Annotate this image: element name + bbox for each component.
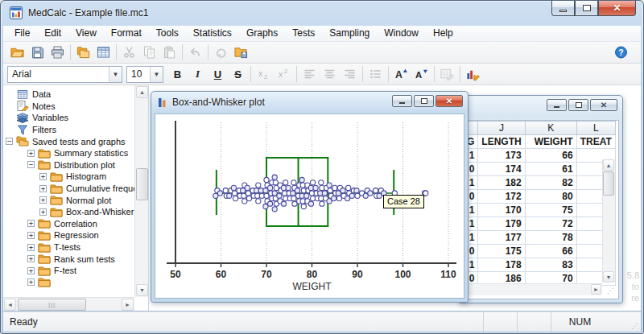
tree-item-correlation[interactable]: +Correlation [3, 218, 134, 230]
open-file-button[interactable] [7, 43, 27, 62]
tree-item-filters[interactable]: Filters [3, 124, 134, 136]
undo-button[interactable] [185, 43, 205, 62]
font-decrease-button[interactable]: A [411, 65, 431, 84]
box-whisker-plot-window[interactable]: Box-and-Whisker plot ✕ 5060708090100110W… [151, 91, 469, 303]
cell[interactable]: 173 [478, 149, 525, 163]
cell[interactable]: 82 [525, 176, 576, 190]
menu-view[interactable]: View [68, 26, 104, 41]
expand-icon[interactable]: + [27, 267, 35, 274]
tree-horizontal-scrollbar[interactable]: ◄ ||| ► [3, 297, 134, 311]
align-right-button[interactable] [340, 65, 360, 84]
italic-button[interactable]: I [188, 65, 208, 84]
sheet-vertical-scrollbar[interactable]: ▲ ▼ [602, 159, 615, 282]
expand-icon[interactable]: + [27, 255, 35, 262]
bullet-list-button[interactable] [365, 65, 386, 84]
tree-item-notes[interactable]: Notes [3, 101, 134, 113]
scroll-right-icon[interactable]: ► [122, 299, 134, 311]
cell[interactable]: 66 [525, 245, 576, 258]
cell[interactable]: 72 [525, 217, 576, 231]
maximize-button[interactable] [414, 95, 434, 107]
maximize-button[interactable] [575, 1, 598, 16]
align-left-button[interactable] [299, 65, 320, 84]
copy-pages-button[interactable] [73, 43, 93, 62]
expand-icon[interactable]: + [39, 185, 47, 192]
variable-name-cell[interactable]: TREAT [576, 135, 615, 149]
strikethrough-button[interactable]: S [228, 65, 248, 84]
cell[interactable]: 66 [525, 149, 576, 163]
scroll-up-icon[interactable]: ▲ [603, 159, 614, 171]
close-button[interactable]: ✕ [590, 99, 617, 111]
tree-item-f-test[interactable]: +F-test [3, 265, 134, 277]
menu-tools[interactable]: Tools [149, 26, 186, 41]
cell[interactable]: 175 [478, 245, 525, 258]
data-grid-button[interactable] [93, 43, 114, 62]
column-header-K[interactable]: K [525, 122, 576, 135]
scroll-down-icon[interactable]: ▼ [603, 271, 614, 282]
tree-hscroll-thumb[interactable]: ||| [18, 299, 86, 311]
column-header-J[interactable]: J [478, 122, 525, 135]
collapse-icon[interactable]: − [27, 161, 35, 168]
cell[interactable]: 179 [478, 217, 525, 231]
tree-item-regression[interactable]: +Regression [3, 229, 134, 241]
cell[interactable]: 78 [525, 231, 576, 245]
spreadsheet-window[interactable]: ✕ JKLGLENGTHWEIGHTTREAT11736601746111828… [458, 95, 623, 303]
cell[interactable]: 178 [478, 258, 525, 272]
expand-icon[interactable]: + [27, 232, 35, 239]
expand-icon[interactable]: + [27, 278, 35, 286]
minimize-button[interactable] [547, 99, 567, 111]
menu-window[interactable]: Window [377, 26, 426, 41]
cell[interactable]: 75 [525, 204, 576, 217]
scroll-left-icon[interactable]: ◄ [4, 299, 16, 311]
save-all-button[interactable] [231, 43, 251, 62]
cell-format-button[interactable] [437, 65, 457, 84]
cell[interactable]: 80 [525, 190, 576, 204]
minimize-button[interactable] [392, 95, 412, 107]
tree-item-clipped[interactable]: + [3, 277, 134, 289]
sheet-horizontal-scrollbar[interactable]: ► [466, 283, 602, 295]
tree-vscroll-thumb[interactable] [136, 168, 148, 200]
scroll-up-icon[interactable]: ▲ [136, 86, 148, 98]
cell[interactable]: 174 [478, 163, 525, 176]
tree-item-saved-tests-and-graphs[interactable]: −Saved tests and graphs [3, 135, 134, 147]
cell[interactable]: 170 [478, 204, 525, 217]
sheet-vscroll-thumb[interactable] [603, 171, 614, 196]
cut-button[interactable] [119, 43, 139, 62]
align-center-button[interactable] [320, 65, 340, 84]
cell[interactable]: 182 [478, 176, 525, 190]
menu-tests[interactable]: Tests [285, 26, 322, 41]
cell[interactable]: 83 [525, 258, 576, 272]
menu-graphs[interactable]: Graphs [239, 26, 285, 41]
tree-item-normal-plot[interactable]: +Normal plot [3, 194, 134, 206]
menu-file[interactable]: File [7, 26, 37, 41]
chart-format-button[interactable] [463, 65, 483, 84]
tree-item-summary-statistics[interactable]: +Summary statistics [3, 147, 134, 159]
variable-name-cell[interactable]: LENGTH [478, 135, 525, 149]
redo-button[interactable] [211, 43, 231, 62]
font-size-combobox[interactable]: 10 ▼ [126, 66, 163, 83]
font-name-combobox[interactable]: Arial ▼ [7, 66, 122, 83]
tree-item-data[interactable]: Data [3, 89, 134, 101]
variable-name-cell[interactable]: WEIGHT [525, 135, 576, 149]
tree-item-box-and-whisker[interactable]: +Box-and-Whisker [3, 206, 134, 218]
cell[interactable]: 172 [478, 190, 525, 204]
underline-button[interactable]: U [208, 65, 228, 84]
tree-item-distribution-plot[interactable]: −Distribution plot [3, 159, 134, 171]
tree-item-t-tests[interactable]: +T-tests [3, 241, 134, 254]
minimize-button[interactable] [551, 1, 575, 16]
help-button[interactable]: ? [611, 43, 631, 62]
menu-sampling[interactable]: Sampling [322, 26, 377, 41]
resize-grip[interactable]: ⋰ [628, 312, 641, 332]
scroll-down-icon[interactable]: ▼ [136, 284, 148, 296]
menu-statistics[interactable]: Statistics [186, 26, 239, 41]
tree-item-rank-sum-tests[interactable]: +Rank sum tests [3, 253, 134, 265]
close-button[interactable]: ✕ [436, 95, 463, 107]
tree-item-cumulative-freque[interactable]: +Cumulative freque [3, 183, 134, 195]
menu-edit[interactable]: Edit [37, 26, 68, 41]
save-button[interactable] [27, 43, 47, 62]
tree-vertical-scrollbar[interactable]: ▲ ▼ [134, 85, 148, 297]
expand-icon[interactable]: + [39, 196, 47, 204]
expand-icon[interactable]: + [39, 208, 47, 216]
bold-button[interactable]: B [167, 65, 188, 84]
expand-icon[interactable]: + [27, 244, 35, 251]
expand-icon[interactable]: + [39, 173, 47, 180]
